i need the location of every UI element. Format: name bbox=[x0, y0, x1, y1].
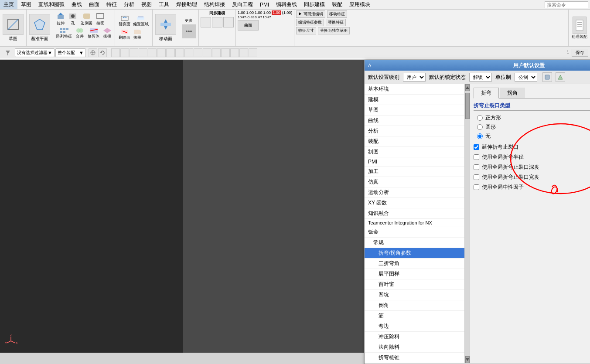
menu-item-features[interactable]: 特征 bbox=[103, 0, 120, 9]
menu-item-app-module[interactable]: 应用模块 bbox=[346, 0, 374, 9]
menu-item-weld-helper[interactable]: 焊接助理 bbox=[173, 0, 201, 9]
sketch-btn[interactable] bbox=[3, 14, 24, 35]
menu-item-reverse-eng[interactable]: 反向工程 bbox=[228, 0, 256, 9]
tree-item-drawing[interactable]: 制图 bbox=[365, 147, 464, 157]
shell-btn[interactable]: 抽壳 bbox=[95, 11, 106, 27]
merge-btn[interactable]: 合并 bbox=[74, 27, 85, 40]
radio-square-input[interactable] bbox=[477, 115, 483, 121]
checkbox-global-width[interactable]: 使用全局折弯止裂口宽度 bbox=[474, 173, 590, 181]
checkbox-neutral-input[interactable] bbox=[474, 184, 479, 190]
pull-die-btn[interactable]: 拔模 bbox=[102, 27, 113, 40]
tree-item-motion[interactable]: 运动分析 bbox=[365, 187, 464, 198]
tool-icon-7[interactable] bbox=[166, 48, 175, 57]
tree-item-three-bend[interactable]: 三折弯角 bbox=[365, 259, 464, 269]
menu-item-lines[interactable]: 直线和圆弧 bbox=[35, 0, 68, 9]
tree-scrollbar[interactable] bbox=[465, 84, 470, 363]
tool-icon-1[interactable] bbox=[111, 48, 120, 57]
radio-none-input[interactable] bbox=[477, 133, 483, 139]
tree-item-dimple[interactable]: 凹坑 bbox=[365, 290, 464, 300]
offset-region-btn[interactable]: 偏置区域 bbox=[132, 15, 150, 27]
checkbox-global-neutral-factor[interactable]: 使用全局中性因子 bbox=[474, 184, 590, 191]
radio-round[interactable]: 圆形 bbox=[477, 123, 590, 131]
tool-icon-9[interactable] bbox=[184, 48, 193, 57]
tree-item-sketch[interactable]: 草图 bbox=[365, 105, 464, 116]
search-input[interactable] bbox=[545, 1, 588, 8]
tree-item-general[interactable]: 常规 bbox=[365, 238, 464, 248]
scroll-thumb[interactable] bbox=[465, 93, 470, 119]
checkbox-extend-bend-relief[interactable]: 延伸折弯止裂口 bbox=[474, 143, 590, 151]
menu-item-sketch[interactable]: 草图 bbox=[17, 0, 35, 9]
replace-feature-btn[interactable]: 替换特征 bbox=[326, 19, 346, 26]
tree-item-louver[interactable]: 百叶窗 bbox=[365, 279, 464, 290]
move-face-btn[interactable] bbox=[155, 14, 176, 35]
scroll-down-btn[interactable] bbox=[465, 356, 470, 363]
tool-icon-15[interactable] bbox=[239, 48, 248, 57]
can-roll-btn[interactable]: ▶ 可回滚编辑 bbox=[296, 10, 325, 18]
menu-item-surface[interactable]: 曲面 bbox=[85, 0, 103, 9]
edge-blend-btn[interactable]: 边倒圆 bbox=[79, 11, 94, 27]
replace-face-btn[interactable]: 替换面 bbox=[118, 15, 131, 27]
menu-item-home[interactable]: 主页 bbox=[0, 0, 17, 9]
tree-item-pmi[interactable]: PMI bbox=[365, 157, 464, 167]
tool-icon-14[interactable] bbox=[230, 48, 239, 57]
sync-btn1[interactable] bbox=[201, 17, 211, 27]
menu-item-tools[interactable]: 工具 bbox=[155, 0, 173, 9]
chamfer-btn[interactable]: 拔模 bbox=[132, 28, 143, 41]
move-feature-btn[interactable]: 移动特征 bbox=[327, 10, 347, 18]
header-icon-2[interactable] bbox=[556, 72, 565, 82]
tree-item-machining[interactable]: 加工 bbox=[365, 167, 464, 177]
tree-item-modeling[interactable]: 建模 bbox=[365, 95, 464, 105]
checkbox-global-bend-radius[interactable]: 使用全局折弯半径 bbox=[474, 153, 590, 161]
checkbox-global-depth[interactable]: 使用全局折弯止裂口深度 bbox=[474, 163, 590, 171]
hole-btn[interactable]: 孔 bbox=[67, 11, 78, 27]
tree-item-sheet-metal[interactable]: 钣金 bbox=[365, 227, 464, 238]
process-assembly-btn[interactable] bbox=[573, 17, 587, 34]
filter-icon-btn[interactable] bbox=[2, 48, 14, 58]
tool-icon-13[interactable] bbox=[221, 48, 230, 57]
tree-item-basic-env[interactable]: 基本环境 bbox=[365, 84, 464, 95]
tool-icon-4[interactable] bbox=[139, 48, 147, 57]
pull-btn[interactable]: 拉伸 bbox=[55, 11, 66, 27]
header-icon-1[interactable] bbox=[542, 72, 552, 82]
menu-item-analysis[interactable]: 分析 bbox=[120, 0, 138, 9]
tree-item-knowledge[interactable]: 知识融合 bbox=[365, 208, 464, 219]
checkbox-width-input[interactable] bbox=[474, 174, 479, 180]
tool-icon-3[interactable] bbox=[130, 48, 138, 57]
menu-item-pmi[interactable]: PMI bbox=[256, 0, 273, 9]
tree-item-assembly[interactable]: 装配 bbox=[365, 136, 464, 147]
surface-btn[interactable]: 曲面 bbox=[238, 20, 259, 31]
tree-item-normal-relief[interactable]: 法向除料 bbox=[365, 342, 464, 353]
menu-item-sync-model[interactable]: 同步建模 bbox=[300, 0, 328, 9]
assembly-filter-dropdown[interactable]: 整个装配 ▼ bbox=[55, 48, 86, 57]
unit-select[interactable]: 公制 bbox=[515, 73, 537, 82]
tree-item-chamfer[interactable]: 倒角 bbox=[365, 300, 464, 311]
menu-item-struct-weld[interactable]: 结构焊接 bbox=[201, 0, 228, 9]
lock-select[interactable]: 解锁 bbox=[469, 73, 492, 82]
tab-bend[interactable]: 折弯 bbox=[474, 88, 499, 99]
tree-item-bend-comb[interactable]: 折弯梳锥 bbox=[365, 353, 464, 363]
menu-item-assembly[interactable]: 装配 bbox=[328, 0, 346, 9]
menu-item-curves[interactable]: 曲线 bbox=[68, 0, 85, 9]
tree-item-flange[interactable]: 弯边 bbox=[365, 321, 464, 332]
sync-btn3[interactable] bbox=[223, 17, 234, 27]
tool-icon-10[interactable] bbox=[194, 48, 202, 57]
rotate-icon[interactable] bbox=[98, 48, 107, 57]
checkbox-radius-input[interactable] bbox=[474, 154, 479, 160]
tree-item-punch-relief[interactable]: 冲压除料 bbox=[365, 332, 464, 342]
edit-feature-params-btn[interactable]: 编辑特征参数 bbox=[296, 19, 324, 26]
tab-corner[interactable]: 拐角 bbox=[500, 88, 525, 98]
more-btn[interactable]: 更多 bbox=[185, 18, 193, 24]
snap-icon[interactable] bbox=[89, 48, 97, 57]
tree-item-simulation[interactable]: 仿真 bbox=[365, 177, 464, 187]
tree-item-flat-pattern[interactable]: 展平图样 bbox=[365, 269, 464, 279]
checkbox-depth-input[interactable] bbox=[474, 164, 479, 170]
array-feature-btn[interactable]: 阵列特征 bbox=[55, 27, 73, 40]
menu-item-view[interactable]: 视图 bbox=[138, 0, 155, 9]
selection-filter-dropdown[interactable]: 没有选择过滤器 ▼ bbox=[15, 48, 55, 57]
level-select[interactable]: 用户 bbox=[403, 73, 426, 82]
delete-face-btn[interactable]: 删除面 bbox=[118, 28, 131, 41]
tool-icon-16[interactable] bbox=[249, 48, 257, 57]
base-plane-btn[interactable] bbox=[29, 14, 50, 35]
tree-item-xy-func[interactable]: XY 函数 bbox=[365, 198, 464, 208]
radio-none[interactable]: 无 bbox=[477, 133, 590, 140]
